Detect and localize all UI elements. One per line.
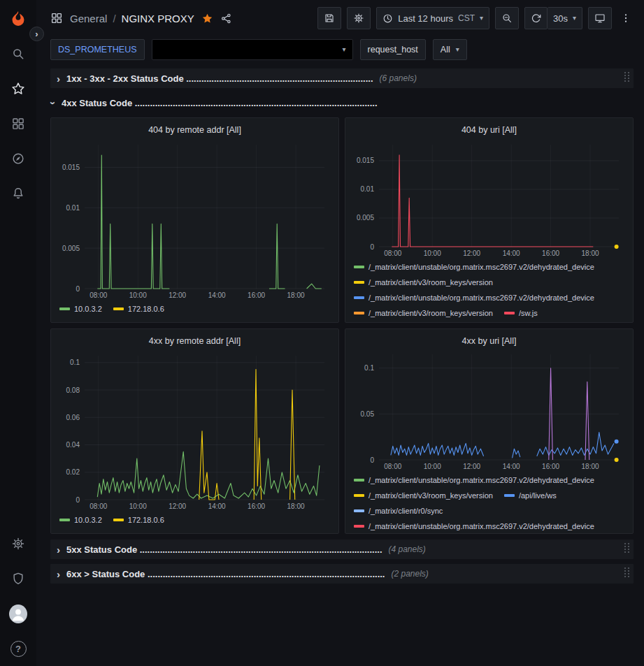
sidebar-item-home[interactable] [9,10,27,28]
svg-text:14:00: 14:00 [208,291,226,299]
row-header-1xx[interactable]: › 1xx - 3xx - 2xx Status Code ..........… [50,68,634,88]
panel-title[interactable]: 404 by uri [All] [351,121,627,139]
sidebar-item-security[interactable] [9,570,27,588]
svg-text:12:00: 12:00 [169,502,186,510]
legend-item[interactable]: /sw.js [504,305,538,319]
sidebar-item-server-admin[interactable] [9,535,27,553]
sidebar-item-help[interactable]: ? [9,639,27,658]
share-icon [220,13,232,24]
sidebar-item-dashboards[interactable] [9,115,27,133]
legend-series-label: /_matrix/client/unstable/org.matrix.msc2… [368,259,594,275]
timeseries-chart[interactable]: 00.0050.010.01508:0010:0012:0014:0016:00… [57,139,333,300]
legend-item[interactable]: /_matrix/client/unstable/org.matrix.msc2… [354,290,594,305]
row-title: 1xx - 3xx - 2xx Status Code ............… [66,73,373,84]
sidebar-item-explore[interactable] [9,150,27,168]
sidebar-item-profile[interactable] [9,605,27,623]
svg-text:14:00: 14:00 [208,502,226,510]
request-host-value-dropdown[interactable]: All ▾ [433,39,467,60]
refresh-button[interactable] [524,7,548,29]
legend-item[interactable]: /_matrix/client/r0/sync [354,503,443,519]
time-range-picker[interactable]: Last 12 hours CST ▾ [376,7,489,29]
legend-item[interactable]: /_matrix/client/unstable/org.matrix.msc2… [354,519,594,530]
svg-text:0.015: 0.015 [62,164,80,171]
grafana-logo-icon [9,10,27,28]
legend-series-label: 10.0.3.2 [74,301,102,317]
panel-4xx-by-uri: 4xx by uri [All] 00.050.108:0010:0012:00… [345,328,634,534]
svg-text:0.05: 0.05 [361,410,375,418]
datasource-value-dropdown[interactable]: ▾ [152,39,353,60]
legend-item[interactable]: /_matrix/client/v3/room_keys/version [354,275,493,290]
breadcrumb-folder[interactable]: General [70,13,107,24]
row-drag-handle[interactable] [624,71,630,85]
search-icon [11,47,25,61]
gear-icon [11,537,25,551]
sidebar-expand-button[interactable]: › [29,27,44,41]
timeseries-chart[interactable]: 00.0050.010.01508:0010:0012:0014:0016:00… [351,139,627,258]
refresh-icon [531,13,541,24]
legend-item[interactable]: /api/live/ws [504,488,557,503]
chevron-right-icon: › [57,569,60,579]
svg-text:10:00: 10:00 [129,502,147,510]
save-dashboard-button[interactable] [317,7,341,29]
legend-item[interactable]: 172.18.0.6 [113,301,164,317]
favorite-star-button[interactable] [201,13,213,24]
legend-item[interactable]: /_matrix/client/v3/room_keys/version [354,488,493,503]
timezone-label: CST [458,13,475,23]
panel-title[interactable]: 4xx by uri [All] [351,332,627,349]
legend-series-swatch [504,494,515,497]
chevron-down-icon: ▾ [456,46,459,53]
dashboard-settings-button[interactable] [347,7,371,29]
dashboard-title: NGINX PROXY [122,13,194,24]
legend-item[interactable]: 10.0.3.2 [59,301,102,317]
row-panel-count: (2 panels) [391,569,428,579]
row-panel-count: (6 panels) [380,73,417,83]
breadcrumb-divider: / [113,13,115,24]
legend-item[interactable]: /_matrix/client/v3/room_keys/version [354,305,493,319]
sidebar-item-starred[interactable] [9,80,27,98]
kebab-menu-icon [620,13,631,24]
svg-text:08:00: 08:00 [384,463,401,470]
zoom-out-button[interactable] [495,7,519,29]
svg-text:16:00: 16:00 [542,249,559,257]
datasource-variable-label[interactable]: DS_PROMETHEUS [50,39,145,60]
tv-mode-button[interactable] [588,7,612,29]
row-header-5xx[interactable]: › 5xx Status Code ......................… [50,540,634,559]
timeseries-chart[interactable]: 00.020.040.060.080.108:0010:0012:0014:00… [57,350,333,511]
row-header-6xx[interactable]: › 6xx > Status Code ....................… [50,564,634,584]
share-button[interactable] [220,13,232,24]
legend-series-label: /api/live/ws [519,488,557,503]
refresh-interval-dropdown[interactable]: 30s ▾ [548,7,582,29]
legend-series-label: /_matrix/client/unstable/org.matrix.msc2… [368,519,594,530]
sidebar-item-search[interactable] [9,45,27,63]
legend-series-label: /_matrix/client/r0/sync [368,503,443,519]
svg-text:10:00: 10:00 [424,463,441,470]
legend-series-label: /sw.js [519,305,538,319]
row-drag-handle[interactable] [624,542,630,556]
sidebar-item-alerting[interactable] [9,184,27,203]
legend-item[interactable]: /_matrix/client/unstable/org.matrix.msc2… [354,259,594,275]
legend-item[interactable]: 172.18.0.6 [113,512,164,528]
panel-title[interactable]: 404 by remote addr [All] [57,121,333,139]
timeseries-chart[interactable]: 00.050.108:0010:0012:0014:0016:0018:00 [351,349,627,471]
svg-text:08:00: 08:00 [384,249,401,257]
svg-text:0: 0 [76,496,80,504]
legend-series-label: 10.0.3.2 [74,512,102,528]
row-drag-handle[interactable] [624,567,630,581]
dashboard-content: › 1xx - 3xx - 2xx Status Code ..........… [36,67,644,666]
row-header-4xx[interactable]: › 4xx Status Code ......................… [50,93,634,113]
more-options-button[interactable] [617,7,634,29]
breadcrumb: General / NGINX PROXY [70,13,194,24]
legend-item[interactable]: 10.0.3.2 [59,512,102,528]
chart-legend: 10.0.3.2172.18.0.6 [57,511,333,528]
panel-title[interactable]: 4xx by remote addr [All] [57,332,333,350]
svg-text:14:00: 14:00 [503,249,520,257]
legend-series-label: /_matrix/client/unstable/org.matrix.msc2… [368,290,594,305]
legend-item[interactable]: /_matrix/client/unstable/org.matrix.msc2… [354,472,594,488]
svg-text:16:00: 16:00 [248,291,265,299]
panel-404-by-uri: 404 by uri [All] 00.0050.010.01508:0010:… [345,117,634,323]
shield-icon [11,572,25,586]
chevron-down-icon: › [48,101,59,105]
request-host-variable-label[interactable]: request_host [360,39,426,60]
legend-series-swatch [504,312,515,314]
request-host-value: All [441,45,450,55]
